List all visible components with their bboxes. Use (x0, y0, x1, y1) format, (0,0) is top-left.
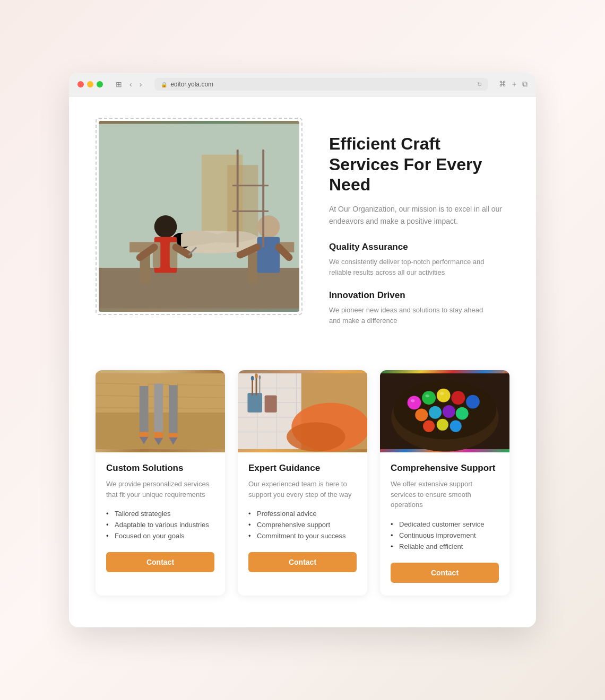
card-custom-body: Custom Solutions We provide personalized… (96, 452, 225, 585)
browser-actions: ⌘ ＋ ⧉ (499, 80, 528, 89)
list-item: Tailored strategies (106, 508, 214, 519)
page-content: Efficient Craft Services For Every Need … (69, 97, 536, 627)
card-custom-list: Tailored strategies Adaptable to various… (106, 508, 214, 541)
svg-rect-3 (99, 268, 299, 309)
hero-image-container (96, 118, 302, 315)
share-icon[interactable]: ⌘ (499, 80, 506, 89)
svg-point-68 (415, 409, 428, 422)
card-image-workshop (238, 370, 367, 452)
svg-rect-32 (154, 381, 163, 437)
svg-point-9 (154, 215, 177, 238)
feature-quality-text: We consistently deliver top-notch perfor… (329, 257, 488, 277)
svg-point-15 (257, 215, 280, 238)
hero-image (99, 121, 299, 312)
cards-section: Custom Solutions We provide personalized… (96, 370, 509, 596)
reload-icon[interactable]: ↻ (477, 81, 482, 88)
list-item: Dedicated customer service (391, 519, 499, 530)
svg-point-67 (466, 395, 480, 409)
svg-rect-52 (247, 393, 262, 413)
hero-text: Efficient Craft Services For Every Need … (329, 118, 509, 338)
list-item: Continuous improvement (391, 530, 499, 541)
forward-button[interactable]: › (137, 79, 144, 90)
card-custom-title: Custom Solutions (106, 463, 214, 474)
card-support-title: Comprehensive Support (391, 463, 499, 474)
card-support-list: Dedicated customer service Continuous im… (391, 519, 499, 552)
dot-green[interactable] (97, 81, 103, 88)
svg-rect-16 (257, 237, 280, 273)
svg-point-64 (422, 391, 436, 405)
svg-point-58 (255, 373, 258, 378)
svg-point-70 (443, 405, 455, 418)
svg-point-71 (456, 407, 469, 420)
back-button[interactable]: ‹ (127, 79, 134, 90)
contact-button-2[interactable]: Contact (248, 552, 357, 572)
svg-point-51 (287, 422, 345, 451)
browser-window: ⊞ ‹ › 🔒 editor.yola.com ↻ ⌘ ＋ ⧉ (69, 73, 536, 627)
feature-innovation-title: Innovation Driven (329, 290, 509, 301)
svg-rect-6 (248, 252, 258, 283)
list-item: Adaptable to various industries (106, 519, 214, 530)
add-tab-icon[interactable]: ＋ (511, 80, 518, 89)
more-icon[interactable]: ⧉ (522, 80, 528, 89)
card-expert-title: Expert Guidance (248, 463, 357, 474)
svg-point-66 (451, 391, 465, 405)
svg-rect-39 (154, 380, 163, 383)
feature-innovation: Innovation Driven We pioneer new ideas a… (329, 290, 509, 326)
contact-button-1[interactable]: Contact (106, 552, 214, 572)
list-item: Focused on your goals (106, 530, 214, 541)
dot-yellow[interactable] (87, 81, 93, 88)
feature-innovation-text: We pioneer new ideas and solutions to st… (329, 305, 488, 326)
svg-rect-35 (169, 382, 178, 437)
dot-red[interactable] (77, 81, 84, 88)
svg-point-57 (251, 376, 254, 381)
svg-rect-29 (140, 383, 149, 437)
hero-title: Efficient Craft Services For Every Need (329, 134, 509, 195)
card-custom-description: We provide personalized services that fi… (106, 479, 214, 500)
svg-point-74 (450, 421, 462, 432)
svg-point-65 (437, 389, 451, 402)
contact-button-3[interactable]: Contact (391, 563, 499, 583)
hero-section: Efficient Craft Services For Every Need … (96, 118, 509, 338)
svg-point-63 (408, 396, 421, 410)
card-support-description: We offer extensive support services to e… (391, 479, 499, 510)
card-image-colors (380, 370, 509, 452)
card-expert-body: Expert Guidance Our experienced team is … (238, 452, 367, 585)
lock-icon: 🔒 (161, 82, 167, 88)
card-image-chisels (96, 370, 225, 452)
list-item: Commitment to your success (248, 530, 357, 541)
browser-toolbar: ⊞ ‹ › 🔒 editor.yola.com ↻ ⌘ ＋ ⧉ (69, 73, 536, 97)
svg-point-72 (423, 421, 435, 432)
svg-point-77 (440, 392, 444, 395)
svg-point-73 (437, 419, 448, 431)
svg-point-59 (259, 375, 261, 379)
browser-dots (77, 81, 103, 88)
card-custom-solutions: Custom Solutions We provide personalized… (96, 370, 225, 596)
list-item: Reliable and efficient (391, 541, 499, 552)
card-expert-guidance: Expert Guidance Our experienced team is … (238, 370, 367, 596)
list-item: Comprehensive support (248, 519, 357, 530)
svg-point-69 (429, 406, 442, 419)
card-expert-description: Our experienced team is here to support … (248, 479, 357, 500)
svg-rect-38 (140, 382, 149, 386)
card-support-body: Comprehensive Support We offer extensive… (380, 452, 509, 596)
address-bar[interactable]: 🔒 editor.yola.com ↻ (154, 78, 488, 91)
svg-point-76 (426, 395, 429, 398)
svg-point-75 (411, 399, 414, 402)
card-comprehensive-support: Comprehensive Support We offer extensive… (380, 370, 509, 596)
feature-quality-title: Quality Assurance (329, 242, 509, 252)
svg-rect-53 (265, 396, 277, 413)
feature-quality: Quality Assurance We consistently delive… (329, 242, 509, 277)
browser-nav: ⊞ ‹ › (114, 79, 144, 90)
tab-icon-button[interactable]: ⊞ (114, 79, 124, 90)
url-text: editor.yola.com (170, 81, 213, 88)
hero-description: At Our Organization, our mission is to e… (329, 203, 509, 227)
card-expert-list: Professional advice Comprehensive suppor… (248, 508, 357, 541)
svg-rect-40 (169, 381, 178, 385)
list-item: Professional advice (248, 508, 357, 519)
